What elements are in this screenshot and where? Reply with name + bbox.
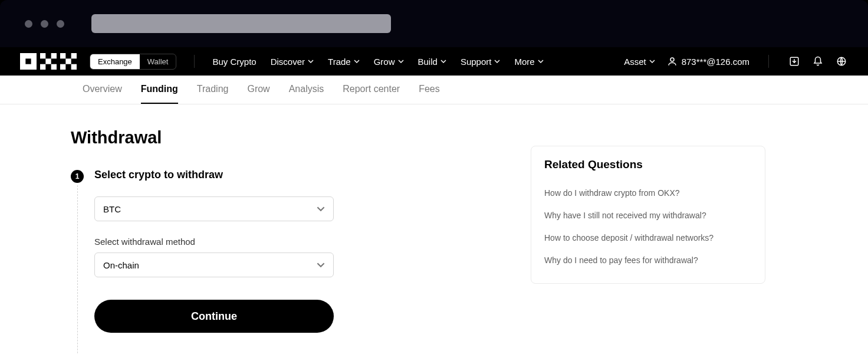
nav-build[interactable]: Build [418,57,446,67]
mode-wallet[interactable]: Wallet [140,54,176,69]
main-nav: Buy Crypto Discover Trade Grow Build Sup… [212,57,543,67]
main-column: Withdrawal 1 Select crypto to withdraw B… [71,128,484,354]
user-icon [666,55,679,68]
traffic-dot [25,20,32,28]
svg-rect-10 [71,53,77,58]
svg-rect-4 [45,58,51,64]
svg-point-12 [670,58,674,61]
nav-discover[interactable]: Discover [271,57,314,67]
chevron-down-icon [538,58,544,64]
content: Withdrawal 1 Select crypto to withdraw B… [0,104,868,354]
user-menu[interactable]: 873***@126.com [666,55,749,68]
traffic-dot [57,20,64,28]
globe-icon[interactable] [835,55,848,68]
nav-more[interactable]: More [514,57,543,67]
nav-grow[interactable]: Grow [374,57,404,67]
chevron-down-icon [398,58,404,64]
step-1: 1 Select crypto to withdraw BTC Select w… [71,169,484,333]
asset-menu[interactable]: Asset [624,57,655,67]
svg-rect-3 [40,64,45,70]
crypto-select-value: BTC [103,204,121,214]
faq-link[interactable]: How do I withdraw crypto from OKX? [544,182,752,204]
divider [194,55,195,68]
traffic-dot [41,20,48,28]
chevron-down-icon [308,58,314,64]
chevron-down-icon [317,261,325,269]
page-title: Withdrawal [71,128,484,148]
tab-trading[interactable]: Trading [197,76,229,104]
download-icon[interactable] [788,55,801,68]
svg-rect-1 [25,58,31,64]
tab-report-center[interactable]: Report center [343,76,400,104]
step-title: Select crypto to withdraw [94,169,484,181]
method-select[interactable]: On-chain [94,253,334,277]
bell-icon[interactable] [811,55,824,68]
crypto-select[interactable]: BTC [94,196,334,221]
sub-nav: Overview Funding Trading Grow Analysis R… [0,76,868,104]
svg-rect-7 [60,53,65,58]
header-right: Asset 873***@126.com [624,55,848,68]
chevron-down-icon [354,58,360,64]
step-number-badge: 1 [71,170,84,183]
nav-label: Grow [374,57,395,67]
faq-link[interactable]: How to choose deposit / withdrawal netwo… [544,227,752,249]
tab-overview[interactable]: Overview [83,76,122,104]
faq-link[interactable]: Why do I need to pay fees for withdrawal… [544,249,752,271]
related-questions-panel: Related Questions How do I withdraw cryp… [531,146,765,284]
continue-button[interactable]: Continue [94,300,334,333]
related-questions-title: Related Questions [544,158,752,171]
svg-rect-5 [51,53,57,58]
nav-trade[interactable]: Trade [328,57,360,67]
chevron-down-icon [317,205,325,213]
nav-label: More [514,57,534,67]
user-email: 873***@126.com [682,57,749,67]
chevron-down-icon [440,58,446,64]
mode-exchange[interactable]: Exchange [90,54,140,69]
nav-label: Support [461,57,492,67]
divider [768,55,769,68]
tab-fees[interactable]: Fees [419,76,440,104]
okx-logo[interactable] [20,53,77,70]
tab-funding[interactable]: Funding [141,76,178,104]
svg-rect-8 [60,64,65,70]
svg-rect-9 [65,58,71,64]
url-bar[interactable] [91,14,391,33]
mode-toggle: Exchange Wallet [90,54,176,70]
chevron-down-icon [649,58,655,64]
method-select-value: On-chain [103,260,139,270]
tab-analysis[interactable]: Analysis [289,76,324,104]
nav-buy-crypto[interactable]: Buy Crypto [212,57,256,67]
browser-chrome [0,0,868,47]
svg-rect-2 [40,53,45,58]
nav-label: Discover [271,57,305,67]
nav-label: Build [418,57,438,67]
method-label: Select withdrawal method [94,237,484,247]
tab-grow[interactable]: Grow [247,76,269,104]
svg-rect-6 [51,64,57,70]
chevron-down-icon [494,58,500,64]
svg-rect-11 [71,64,77,70]
nav-label: Asset [624,57,646,67]
nav-support[interactable]: Support [461,57,501,67]
faq-link[interactable]: Why have I still not received my withdra… [544,204,752,227]
nav-label: Buy Crypto [212,57,256,67]
nav-label: Trade [328,57,351,67]
app-header: Exchange Wallet Buy Crypto Discover Trad… [0,47,868,76]
